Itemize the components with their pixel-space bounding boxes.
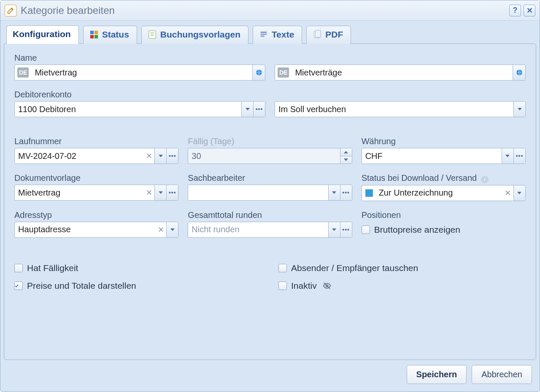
sachbearbeiter-field: ••• (188, 185, 352, 201)
spinner-down[interactable] (340, 156, 352, 164)
close-button[interactable]: ✕ (524, 5, 535, 16)
inaktiv-checkbox[interactable]: Inaktiv (278, 281, 526, 291)
dropdown-trigger[interactable] (154, 185, 166, 200)
dots-icon: ••• (256, 106, 263, 113)
name-label: Name (14, 53, 526, 63)
name-singular-input[interactable] (31, 65, 252, 80)
info-icon[interactable]: i (481, 176, 489, 183)
dropdown-trigger[interactable] (502, 148, 513, 164)
chevron-down-icon (332, 228, 336, 231)
svg-rect-4 (149, 31, 156, 38)
dots-icon: ••• (342, 189, 350, 196)
tab-label: Texte (272, 30, 294, 40)
tab-strip: Konfiguration Status Buchungsvorlagen Te… (0, 21, 540, 43)
tab-status[interactable]: Status (83, 26, 137, 44)
eye-off-icon (323, 282, 331, 290)
x-icon: ✕ (158, 225, 164, 234)
sachbearbeiter-label: Sachbearbeiter (188, 173, 352, 183)
laufnummer-field: ✕ ••• (14, 148, 178, 164)
booking-side-field (275, 101, 526, 117)
lookup-trigger[interactable]: ••• (513, 148, 525, 164)
tab-konfiguration[interactable]: Konfiguration (6, 25, 79, 44)
check-label: Inaktiv (291, 281, 317, 291)
clear-button[interactable]: ✕ (155, 222, 166, 237)
dropdown-trigger[interactable] (513, 185, 525, 201)
brutto-checkbox[interactable]: Bruttopreise anzeigen (362, 222, 526, 238)
dialog-footer: Speichern Abbrechen (4, 360, 536, 388)
chevron-down-icon (518, 108, 522, 110)
chevron-down-icon (344, 158, 348, 161)
tab-label: Buchungsvorlagen (160, 30, 240, 40)
lang-badge: DE (17, 67, 29, 78)
svg-rect-2 (90, 35, 93, 38)
debitor-account-field: ••• (14, 101, 265, 117)
sachbearbeiter-input[interactable] (188, 185, 328, 200)
absender-tauschen-checkbox[interactable]: Absender / Empfänger tauschen (278, 263, 526, 273)
name-plural-field: DE (275, 64, 526, 81)
preise-checkbox[interactable]: Preise und Totale darstellen (14, 281, 262, 291)
lookup-trigger[interactable]: ••• (166, 185, 178, 200)
lookup-trigger[interactable]: ••• (340, 185, 352, 200)
check-label: Preise und Totale darstellen (27, 281, 136, 291)
close-icon: ✕ (526, 6, 533, 15)
runden-label: Gesamttotal runden (188, 210, 352, 220)
help-icon: ? (513, 6, 518, 15)
lang-badge: DE (278, 67, 289, 78)
checkbox-box (14, 264, 23, 272)
faellig-label: Fällig (Tage) (188, 137, 352, 146)
booking-side-input[interactable] (275, 102, 513, 117)
svg-rect-0 (90, 31, 93, 34)
vorlage-field: ✕ ••• (14, 185, 178, 201)
vorlage-input[interactable] (15, 185, 143, 200)
status-dl-field: ✕ (362, 185, 526, 201)
hat-faelligkeit-checkbox[interactable]: Hat Fälligkeit (14, 263, 262, 273)
konfiguration-panel: Name DE DE (4, 43, 536, 360)
cancel-button[interactable]: Abbrechen (472, 365, 532, 384)
lookup-trigger[interactable]: ••• (340, 222, 352, 237)
checkbox-box (278, 282, 287, 290)
faellig-input (188, 148, 340, 164)
dropdown-trigger[interactable] (513, 102, 525, 117)
lookup-trigger[interactable]: ••• (166, 148, 178, 164)
tab-pdf[interactable]: PDF (306, 26, 351, 44)
tab-buchungsvorlagen[interactable]: Buchungsvorlagen (141, 26, 248, 44)
laufnummer-input[interactable] (15, 148, 143, 164)
status-color-swatch (365, 189, 373, 197)
globe-button[interactable] (252, 65, 265, 80)
adresstyp-input[interactable] (15, 222, 155, 237)
svg-rect-1 (94, 31, 98, 34)
dropdown-trigger[interactable] (328, 222, 340, 237)
save-button[interactable]: Speichern (407, 365, 467, 384)
status-dl-input[interactable] (375, 185, 502, 201)
dropdown-trigger[interactable] (166, 222, 178, 237)
tab-label: PDF (325, 30, 343, 40)
chevron-down-icon (332, 191, 336, 194)
globe-button[interactable] (513, 65, 525, 80)
tab-texte[interactable]: Texte (253, 26, 302, 44)
runden-input[interactable] (188, 222, 328, 237)
status-dl-label: Status bei Download / Versand i (362, 173, 526, 183)
dropdown-trigger[interactable] (241, 102, 253, 117)
checkbox-box (362, 226, 370, 234)
dots-icon: ••• (169, 189, 176, 196)
dots-icon: ••• (516, 153, 524, 159)
runden-field: ••• (188, 222, 352, 238)
name-plural-input[interactable] (292, 65, 513, 80)
checkbox-box (278, 264, 287, 272)
spinner-up[interactable] (340, 148, 352, 156)
positionen-label: Positionen (362, 210, 526, 220)
title-bar: Kategorie bearbeiten ? ✕ (0, 0, 540, 21)
lookup-trigger[interactable]: ••• (253, 102, 265, 117)
status-icon (89, 30, 99, 39)
clear-button[interactable]: ✕ (143, 148, 154, 164)
waehrung-input[interactable] (362, 148, 502, 164)
clear-button[interactable]: ✕ (502, 185, 513, 201)
chevron-down-icon (505, 155, 510, 157)
adresstyp-field: ✕ (14, 222, 178, 238)
name-singular-field: DE (14, 64, 265, 81)
clear-button[interactable]: ✕ (143, 185, 154, 200)
help-button[interactable]: ? (509, 5, 521, 16)
debitor-account-input[interactable] (15, 102, 241, 117)
dropdown-trigger[interactable] (154, 148, 166, 164)
dropdown-trigger[interactable] (328, 185, 340, 200)
